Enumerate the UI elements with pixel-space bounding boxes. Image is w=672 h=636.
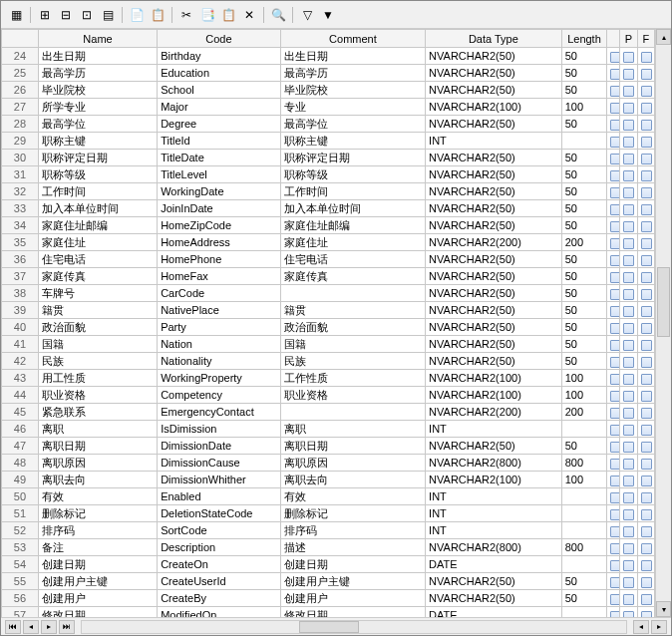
checkbox-icon[interactable] <box>623 170 634 181</box>
cell-p[interactable] <box>620 251 637 268</box>
cell-code[interactable]: Competency <box>158 387 281 404</box>
table-row[interactable]: 25最高学历Education最高学历NVARCHAR2(50)50 <box>2 65 655 82</box>
row-number[interactable]: 56 <box>2 590 39 607</box>
cell-name[interactable]: 住宅电话 <box>38 251 157 268</box>
cell-name[interactable]: 工作时间 <box>38 183 157 200</box>
cell-name[interactable]: 创建用户 <box>38 590 157 607</box>
cell-f[interactable] <box>637 336 654 353</box>
cell-f[interactable] <box>637 607 654 618</box>
row-number[interactable]: 36 <box>2 251 39 268</box>
col-p[interactable]: P <box>620 30 637 48</box>
cell-comment[interactable]: 家庭住址 <box>280 234 425 251</box>
checkbox-icon[interactable] <box>623 204 634 215</box>
filter-off-icon[interactable]: ▼ <box>319 6 337 24</box>
cell-comment[interactable]: 专业 <box>280 99 425 116</box>
cell-len[interactable]: 50 <box>561 302 607 319</box>
checkbox-icon[interactable] <box>623 137 634 148</box>
cell-len[interactable]: 50 <box>561 200 607 217</box>
col-datatype[interactable]: Data Type <box>426 30 562 48</box>
paste-icon[interactable]: 📋 <box>219 6 237 24</box>
row-number[interactable]: 41 <box>2 336 39 353</box>
cell-dtype[interactable]: NVARCHAR2(50) <box>426 573 562 590</box>
row-number[interactable]: 26 <box>2 82 39 99</box>
cell-len[interactable]: 50 <box>561 336 607 353</box>
checkbox-icon[interactable] <box>610 476 620 486</box>
cell-code[interactable]: JoinInDate <box>158 200 281 217</box>
cell-code[interactable]: HomeAddress <box>158 234 281 251</box>
cut-icon[interactable]: ✂ <box>177 6 195 24</box>
hscroll-left-icon[interactable]: ◂ <box>633 620 649 634</box>
cell-name[interactable]: 职称评定日期 <box>38 150 157 166</box>
cell-code[interactable]: Education <box>158 65 281 82</box>
cell-len[interactable]: 100 <box>561 370 607 387</box>
checkbox-icon[interactable] <box>610 306 620 317</box>
copy-icon[interactable]: 📑 <box>198 6 216 24</box>
cell-code[interactable]: Party <box>158 319 281 336</box>
cell-len[interactable]: 50 <box>561 82 607 99</box>
cell-code[interactable]: DeletionStateCode <box>158 505 281 522</box>
table-icon-4[interactable]: ▤ <box>99 6 117 24</box>
table-row[interactable]: 45紧急联系EmergencyContactNVARCHAR2(200)200 <box>2 404 655 421</box>
cell-p[interactable] <box>620 556 637 573</box>
checkbox-icon[interactable] <box>610 611 620 617</box>
cell-p[interactable] <box>620 65 637 82</box>
checkbox-icon[interactable] <box>623 594 634 605</box>
table-icon-3[interactable]: ⊡ <box>78 6 96 24</box>
cell-p[interactable] <box>620 234 637 251</box>
cell-p[interactable] <box>620 421 637 438</box>
checkbox-icon[interactable] <box>641 459 652 470</box>
table-icon-2[interactable]: ⊟ <box>57 6 75 24</box>
table-row[interactable]: 35家庭住址HomeAddress家庭住址NVARCHAR2(200)200 <box>2 234 655 251</box>
checkbox-icon[interactable] <box>623 425 634 436</box>
cell-f[interactable] <box>637 285 654 302</box>
cell-f[interactable] <box>637 370 654 387</box>
checkbox-icon[interactable] <box>641 120 652 131</box>
checkbox-icon[interactable] <box>641 594 652 605</box>
cell-p[interactable] <box>620 505 637 522</box>
row-number[interactable]: 40 <box>2 319 39 336</box>
cell-dtype[interactable]: NVARCHAR2(50) <box>426 336 562 353</box>
checkbox-icon[interactable] <box>610 52 620 63</box>
cell-code[interactable]: Description <box>158 539 281 556</box>
cell-name[interactable]: 职业资格 <box>38 387 157 404</box>
row-number[interactable]: 27 <box>2 99 39 116</box>
cell-f[interactable] <box>637 505 654 522</box>
cell-len[interactable]: 200 <box>561 404 607 421</box>
cell-dtype[interactable]: INT <box>426 421 562 438</box>
cell-comment[interactable]: 籍贯 <box>280 302 425 319</box>
cell-name[interactable]: 职称主键 <box>38 133 157 150</box>
cell-f[interactable] <box>637 438 654 455</box>
table-row[interactable]: 48离职原因DimissionCause离职原因NVARCHAR2(800)80… <box>2 455 655 472</box>
cell-comment[interactable]: 毕业院校 <box>280 82 425 99</box>
cell-f[interactable] <box>637 116 654 133</box>
cell-name[interactable]: 删除标记 <box>38 505 157 522</box>
checkbox-icon[interactable] <box>623 442 634 453</box>
cell-name[interactable]: 政治面貌 <box>38 319 157 336</box>
cell-p[interactable] <box>620 82 637 99</box>
checkbox-icon[interactable] <box>610 442 620 453</box>
cell-p[interactable] <box>620 166 637 183</box>
checkbox-icon[interactable] <box>610 238 620 249</box>
checkbox-icon[interactable] <box>641 289 652 300</box>
cell-dtype[interactable]: NVARCHAR2(50) <box>426 268 562 285</box>
cell-f[interactable] <box>637 166 654 183</box>
cell-f[interactable] <box>637 556 654 573</box>
cell-dtype[interactable]: NVARCHAR2(100) <box>426 472 562 488</box>
cell-f[interactable] <box>637 353 654 370</box>
cell-name[interactable]: 离职去向 <box>38 472 157 488</box>
checkbox-icon[interactable] <box>641 509 652 520</box>
cell-f[interactable] <box>637 200 654 217</box>
table-row[interactable]: 27所学专业Major专业NVARCHAR2(100)100 <box>2 99 655 116</box>
col-name[interactable]: Name <box>38 30 157 48</box>
cell-len[interactable]: 50 <box>561 150 607 166</box>
cell-p[interactable] <box>620 522 637 539</box>
checkbox-icon[interactable] <box>641 476 652 486</box>
table-row[interactable]: 43用工性质WorkingProperty工作性质NVARCHAR2(100)1… <box>2 370 655 387</box>
checkbox-icon[interactable] <box>610 154 620 164</box>
cell-len[interactable] <box>561 522 607 539</box>
checkbox-icon[interactable] <box>623 459 634 470</box>
cell-dtype[interactable]: NVARCHAR2(50) <box>426 590 562 607</box>
cell-code[interactable]: Degree <box>158 116 281 133</box>
cell-comment[interactable]: 民族 <box>280 353 425 370</box>
cell-p[interactable] <box>620 336 637 353</box>
